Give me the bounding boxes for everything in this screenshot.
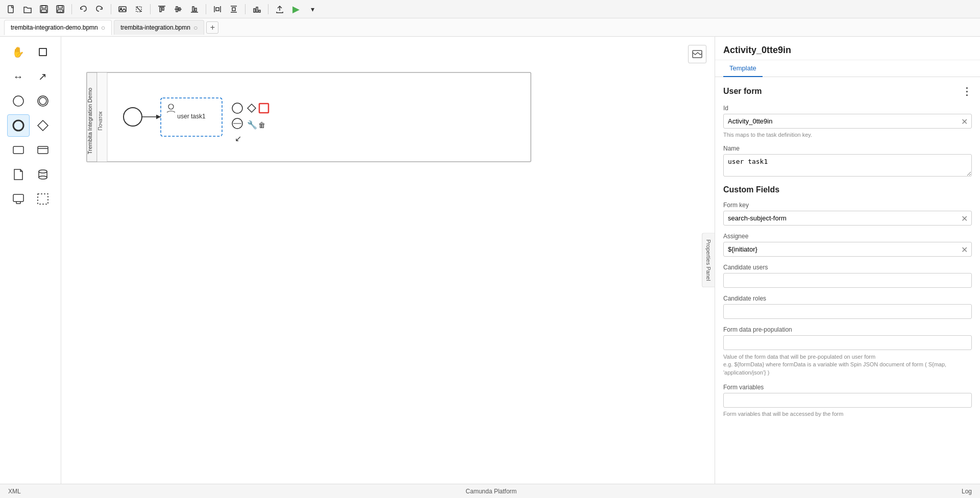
hand-tool[interactable]: ✋ (7, 41, 30, 63)
run-options-button[interactable]: ▾ (305, 2, 320, 16)
left-toolbar: ✋ ↔ ↗ (0, 37, 61, 484)
add-tab-button[interactable]: + (206, 21, 218, 34)
svg-rect-40 (13, 146, 23, 154)
field-group-candidate-users: Candidate users (723, 264, 972, 288)
svg-rect-27 (256, 7, 258, 12)
svg-rect-28 (259, 10, 260, 12)
tab-trembita[interactable]: trembita-integration.bpmn ○ (114, 20, 204, 35)
tool-row-5 (7, 139, 54, 161)
open-button[interactable] (20, 2, 35, 16)
sep3 (150, 4, 151, 14)
status-log[interactable]: Log (962, 488, 972, 495)
document-tool[interactable] (7, 163, 30, 186)
form-variables-input[interactable] (723, 393, 972, 408)
section-menu-button[interactable]: ⋮ (962, 85, 972, 97)
id-input[interactable] (723, 114, 972, 129)
data-store-tool[interactable] (32, 139, 54, 161)
svg-text:↙: ↙ (235, 134, 241, 143)
sep1 (71, 4, 72, 14)
svg-rect-26 (254, 9, 255, 12)
bpmn-diagram: Trembita Integration Demo Початок user t… (77, 67, 546, 169)
dist-v-button[interactable] (227, 2, 241, 16)
save-as-button[interactable]: + (53, 2, 67, 16)
select-tool[interactable] (32, 41, 54, 63)
svg-rect-65 (259, 104, 268, 113)
canvas-area[interactable]: Properties Panel Trembita Integration De… (61, 37, 715, 484)
properties-panel-label: Properties Panel (705, 239, 712, 281)
svg-rect-13 (162, 7, 164, 10)
id-hint: This maps to the task definition key. (723, 132, 972, 138)
svg-rect-18 (192, 7, 194, 11)
status-xml[interactable]: XML (8, 488, 21, 495)
task-tool[interactable] (7, 139, 30, 161)
field-group-form-data: Form data pre-population Value of the fo… (723, 326, 972, 377)
subprocess-tool[interactable] (7, 188, 30, 210)
selection-tool[interactable] (32, 188, 54, 210)
main-toolbar: + (0, 0, 980, 18)
save-button[interactable] (37, 2, 51, 16)
svg-rect-41 (38, 146, 48, 154)
assignee-input[interactable] (723, 242, 972, 257)
lasso-button[interactable] (132, 2, 146, 16)
svg-rect-2 (42, 6, 46, 8)
id-input-wrap: ✕ (723, 114, 972, 129)
tab-template[interactable]: Template (723, 60, 763, 77)
undo-button[interactable] (76, 2, 90, 16)
main-area: ✋ ↔ ↗ (0, 37, 980, 484)
chart-button[interactable] (250, 2, 264, 16)
candidate-users-input[interactable] (723, 273, 972, 288)
tab-close-trembita[interactable]: ○ (193, 23, 198, 32)
align-middle-button[interactable] (171, 2, 185, 16)
tool-row-2: ↔ ↗ (7, 65, 54, 88)
start-event-tool[interactable] (7, 90, 30, 112)
svg-text:🔧: 🔧 (247, 120, 257, 130)
candidate-users-input-wrap (723, 273, 972, 288)
svg-point-35 (13, 96, 23, 106)
new-button[interactable] (4, 2, 18, 16)
expand-tool[interactable]: ↔ (7, 65, 30, 88)
form-key-clear-button[interactable]: ✕ (961, 213, 968, 223)
form-key-label: Form key (723, 202, 972, 209)
tab-close-demo[interactable]: ○ (101, 23, 105, 32)
run-button[interactable]: ▶ (289, 2, 303, 16)
upload-button[interactable] (273, 2, 287, 16)
field-group-form-variables: Form variables Form variables that will … (723, 384, 972, 417)
properties-panel-toggle[interactable]: Properties Panel (702, 233, 715, 287)
align-top-button[interactable] (155, 2, 169, 16)
form-data-input[interactable] (723, 335, 972, 350)
name-label: Name (723, 145, 972, 152)
connect-tool[interactable]: ↗ (32, 65, 54, 88)
svg-point-63 (232, 103, 242, 113)
tab-trembita-demo[interactable]: trembita-integration-demo.bpmn ○ (4, 20, 112, 35)
section-user-form: User form ⋮ (723, 85, 972, 97)
status-bar: XML Camunda Platform Log (0, 484, 980, 498)
end-event-tool[interactable] (7, 114, 30, 137)
tool-row-6 (7, 163, 54, 186)
form-data-hint: Value of the form data that will be pre-… (723, 353, 972, 377)
panel-tabs: Template (715, 60, 980, 77)
candidate-roles-label: Candidate roles (723, 295, 972, 302)
redo-button[interactable] (92, 2, 107, 16)
svg-line-10 (136, 7, 141, 12)
form-variables-input-wrap (723, 393, 972, 408)
minimap-toggle[interactable] (688, 45, 706, 63)
form-data-label: Form data pre-population (723, 326, 972, 333)
dist-h-button[interactable] (210, 2, 225, 16)
svg-rect-19 (195, 8, 197, 11)
image-button[interactable] (115, 2, 130, 16)
candidate-roles-input[interactable] (723, 304, 972, 319)
cylinder-tool[interactable] (32, 163, 54, 186)
canvas-inner: Properties Panel Trembita Integration De… (61, 37, 715, 484)
align-bottom-button[interactable] (187, 2, 202, 16)
svg-text:Trembita Integration Demo: Trembita Integration Demo (87, 88, 93, 154)
tabs-bar: trembita-integration-demo.bpmn ○ trembit… (0, 18, 980, 37)
form-key-input[interactable] (723, 211, 972, 226)
svg-rect-30 (39, 48, 46, 56)
tool-row-4 (7, 114, 54, 137)
name-input[interactable] (723, 154, 972, 177)
assignee-clear-button[interactable]: ✕ (961, 244, 968, 254)
id-clear-button[interactable]: ✕ (961, 116, 968, 126)
intermediate-event-tool[interactable] (32, 90, 54, 112)
form-key-input-wrap: ✕ (723, 211, 972, 226)
gateway-tool[interactable] (32, 114, 54, 137)
